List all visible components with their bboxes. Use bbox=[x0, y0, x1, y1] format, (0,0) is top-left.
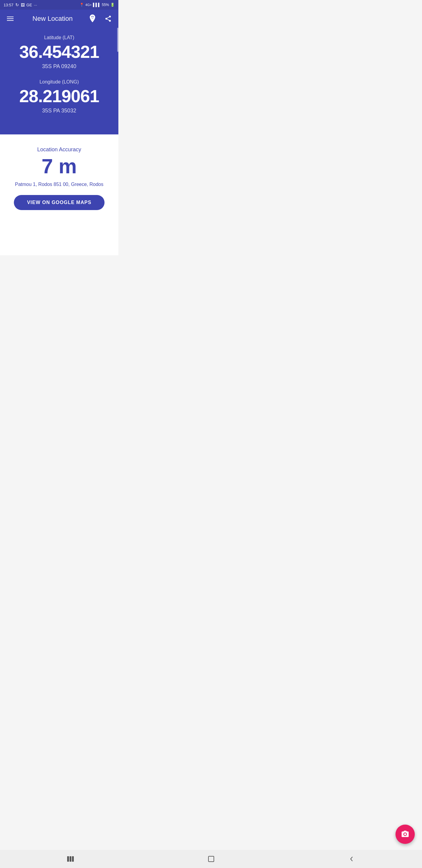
longitude-value: 28.219061 bbox=[6, 87, 112, 106]
svg-rect-4 bbox=[91, 17, 94, 18]
address-text: Patmou 1, Rodos 851 00, Greece, Rodos bbox=[6, 181, 112, 188]
page-title: New Location bbox=[18, 15, 87, 23]
status-bar: 13:57 ↻ 🖼 GE ··· 📍 4G+ ▌▌▌ 55% 🔋 bbox=[0, 0, 118, 10]
view-on-google-maps-button[interactable]: VIEW ON GOOGLE MAPS bbox=[14, 195, 104, 210]
signal-icon: ▌▌▌ bbox=[93, 3, 101, 7]
app-bar: New Location bbox=[0, 10, 118, 28]
latitude-label: Latitude (LAT) bbox=[6, 35, 112, 40]
time-display: 13:57 bbox=[4, 3, 13, 7]
accuracy-value: 7 m bbox=[6, 156, 112, 176]
scrollbar bbox=[117, 28, 118, 52]
longitude-utm: 35S PA 35032 bbox=[6, 107, 112, 114]
photo-icon: 🖼 bbox=[21, 3, 25, 7]
share-button[interactable] bbox=[103, 13, 113, 24]
latitude-value: 36.454321 bbox=[6, 42, 112, 61]
svg-line-9 bbox=[107, 17, 109, 19]
network-type: 4G+ bbox=[85, 3, 92, 7]
news-icon: GE bbox=[27, 3, 32, 7]
sync-icon: ↻ bbox=[15, 2, 19, 7]
svg-point-7 bbox=[109, 20, 111, 22]
more-icon: ··· bbox=[34, 3, 37, 7]
status-bar-left: 13:57 ↻ 🖼 GE ··· bbox=[4, 2, 37, 7]
coordinates-section: Latitude (LAT) 36.454321 35S PA 09240 Lo… bbox=[0, 28, 118, 134]
longitude-label: Longitude (LONG) bbox=[6, 79, 112, 85]
location-icon: 📍 bbox=[79, 3, 84, 7]
battery-icon: 🔋 bbox=[110, 3, 115, 7]
app-bar-actions bbox=[87, 13, 113, 24]
menu-button[interactable] bbox=[5, 13, 16, 24]
accuracy-section: Location Accuracy 7 m Patmou 1, Rodos 85… bbox=[0, 134, 118, 219]
svg-point-6 bbox=[105, 18, 107, 20]
battery-display: 55% bbox=[102, 3, 109, 7]
status-bar-right: 📍 4G+ ▌▌▌ 55% 🔋 bbox=[79, 3, 115, 7]
latitude-utm: 35S PA 09240 bbox=[6, 63, 112, 70]
svg-line-8 bbox=[107, 19, 109, 21]
accuracy-label: Location Accuracy bbox=[6, 147, 112, 153]
svg-point-5 bbox=[109, 16, 111, 18]
add-location-button[interactable] bbox=[87, 13, 98, 24]
